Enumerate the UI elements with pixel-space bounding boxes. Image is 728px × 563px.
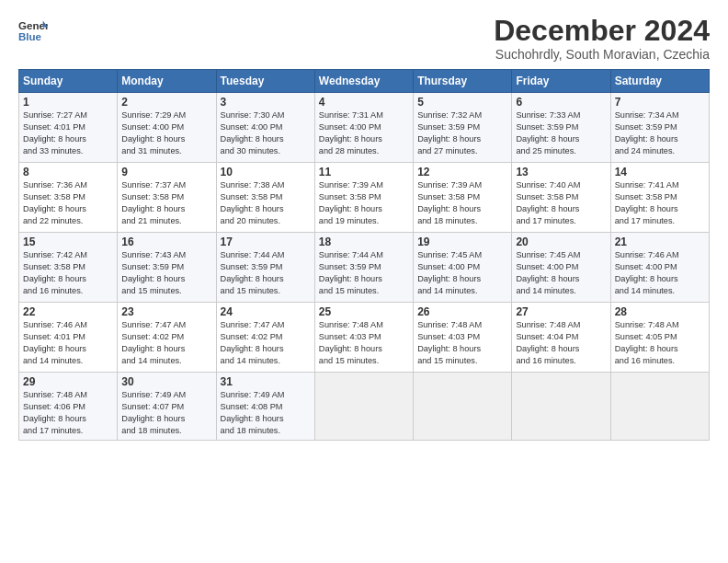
table-row: 19Sunrise: 7:45 AM Sunset: 4:00 PM Dayli… (414, 233, 512, 303)
table-row: 26Sunrise: 7:48 AM Sunset: 4:03 PM Dayli… (414, 303, 512, 373)
table-row: 22Sunrise: 7:46 AM Sunset: 4:01 PM Dayli… (19, 303, 118, 373)
table-row: 14Sunrise: 7:41 AM Sunset: 3:58 PM Dayli… (610, 163, 709, 233)
month-title: December 2024 (494, 15, 710, 47)
table-row: 27Sunrise: 7:48 AM Sunset: 4:04 PM Dayli… (512, 303, 610, 373)
col-tuesday: Tuesday (216, 70, 314, 93)
col-saturday: Saturday (610, 70, 709, 93)
table-row: 1Sunrise: 7:27 AM Sunset: 4:01 PM Daylig… (19, 93, 118, 163)
table-row: 7Sunrise: 7:34 AM Sunset: 3:59 PM Daylig… (610, 93, 709, 163)
table-row: 16Sunrise: 7:43 AM Sunset: 3:59 PM Dayli… (118, 233, 216, 303)
col-wednesday: Wednesday (314, 70, 413, 93)
table-row: 10Sunrise: 7:38 AM Sunset: 3:58 PM Dayli… (216, 163, 314, 233)
calendar-page: General Blue December 2024 Suchohrdly, S… (0, 0, 728, 563)
table-row: 23Sunrise: 7:47 AM Sunset: 4:02 PM Dayli… (118, 303, 216, 373)
table-row: 31Sunrise: 7:49 AM Sunset: 4:08 PM Dayli… (216, 373, 314, 441)
table-row: 3Sunrise: 7:30 AM Sunset: 4:00 PM Daylig… (216, 93, 314, 163)
table-row: 20Sunrise: 7:45 AM Sunset: 4:00 PM Dayli… (512, 233, 610, 303)
col-thursday: Thursday (414, 70, 512, 93)
table-row: 8Sunrise: 7:36 AM Sunset: 3:58 PM Daylig… (19, 163, 118, 233)
svg-text:Blue: Blue (18, 31, 42, 42)
table-row: 25Sunrise: 7:48 AM Sunset: 4:03 PM Dayli… (314, 303, 413, 373)
table-row: 11Sunrise: 7:39 AM Sunset: 3:58 PM Dayli… (314, 163, 413, 233)
table-row: 5Sunrise: 7:32 AM Sunset: 3:59 PM Daylig… (414, 93, 512, 163)
table-row: 30Sunrise: 7:49 AM Sunset: 4:07 PM Dayli… (118, 373, 216, 441)
table-row (610, 373, 709, 441)
table-row (512, 373, 610, 441)
header: General Blue December 2024 Suchohrdly, S… (18, 15, 710, 62)
table-row: 29Sunrise: 7:48 AM Sunset: 4:06 PM Dayli… (19, 373, 118, 441)
table-row (314, 373, 413, 441)
table-row: 28Sunrise: 7:48 AM Sunset: 4:05 PM Dayli… (610, 303, 709, 373)
header-row: Sunday Monday Tuesday Wednesday Thursday… (19, 70, 710, 93)
table-row (414, 373, 512, 441)
table-row: 13Sunrise: 7:40 AM Sunset: 3:58 PM Dayli… (512, 163, 610, 233)
table-row: 12Sunrise: 7:39 AM Sunset: 3:58 PM Dayli… (414, 163, 512, 233)
table-row: 6Sunrise: 7:33 AM Sunset: 3:59 PM Daylig… (512, 93, 610, 163)
table-row: 18Sunrise: 7:44 AM Sunset: 3:59 PM Dayli… (314, 233, 413, 303)
logo-icon: General Blue (18, 18, 48, 44)
table-row: 17Sunrise: 7:44 AM Sunset: 3:59 PM Dayli… (216, 233, 314, 303)
col-sunday: Sunday (19, 70, 118, 93)
table-row: 2Sunrise: 7:29 AM Sunset: 4:00 PM Daylig… (118, 93, 216, 163)
table-row: 15Sunrise: 7:42 AM Sunset: 3:58 PM Dayli… (19, 233, 118, 303)
table-row: 4Sunrise: 7:31 AM Sunset: 4:00 PM Daylig… (314, 93, 413, 163)
col-friday: Friday (512, 70, 610, 93)
table-row: 9Sunrise: 7:37 AM Sunset: 3:58 PM Daylig… (118, 163, 216, 233)
logo: General Blue (18, 18, 51, 44)
table-row: 24Sunrise: 7:47 AM Sunset: 4:02 PM Dayli… (216, 303, 314, 373)
calendar-table: Sunday Monday Tuesday Wednesday Thursday… (18, 69, 710, 441)
subtitle: Suchohrdly, South Moravian, Czechia (494, 47, 710, 62)
col-monday: Monday (118, 70, 216, 93)
title-block: December 2024 Suchohrdly, South Moravian… (494, 15, 710, 62)
table-row: 21Sunrise: 7:46 AM Sunset: 4:00 PM Dayli… (610, 233, 709, 303)
